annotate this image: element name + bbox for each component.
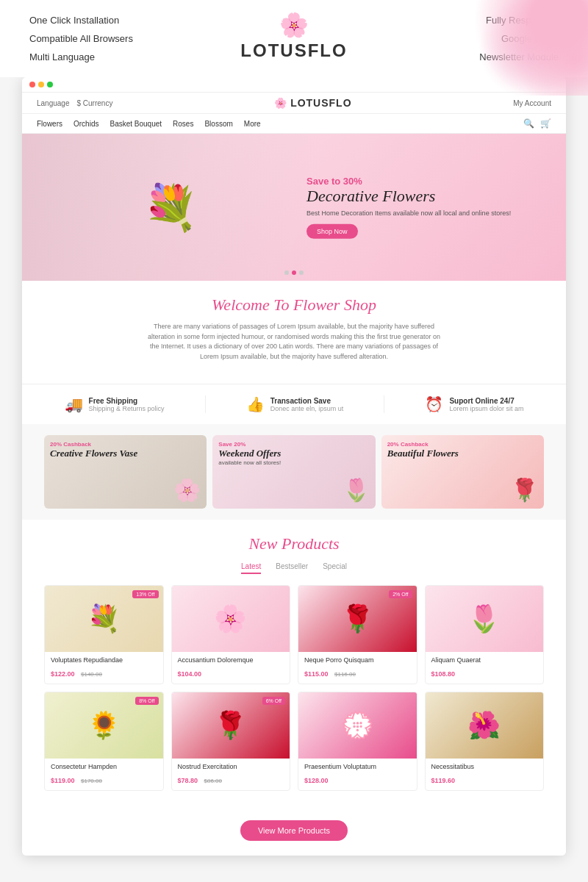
product-info-6: Nostrud Exercitation $78.80 $86.00 (172, 759, 290, 790)
nav-orchids[interactable]: Orchids (74, 120, 98, 128)
main-logo: 🌸 LOTUSFLO (240, 11, 347, 61)
nav-basket[interactable]: Basket Bouquet (110, 120, 162, 128)
product-price-8: $119.60 (431, 777, 456, 784)
product-pricing-1: $122.00 $140.00 (51, 666, 157, 679)
dot-red (29, 82, 35, 87)
product-info-1: Voluptates Repudiandae $122.00 $140.00 (45, 652, 163, 684)
product-old-price-1: $140.00 (81, 671, 102, 678)
tab-latest[interactable]: Latest (241, 562, 261, 574)
product-info-5: Consectetur Hampden $119.00 $170.00 (45, 759, 163, 790)
product-name-1: Voluptates Repudiandae (51, 656, 157, 664)
promo-badge-2: Save 20% (218, 441, 281, 448)
language-selector[interactable]: Language (37, 99, 70, 107)
product-name-6: Nostrud Exercitation (178, 763, 284, 770)
logo-text: LOTUSFLO (240, 40, 347, 61)
promo-flower-2: 🌷 (343, 477, 370, 503)
product-image-2: 🌸 (172, 586, 290, 652)
promo-section: 20% Cashback Creative Flowers Vase 🌸 Sav… (22, 424, 566, 520)
product-card-6[interactable]: 🌹 6% Off Nostrud Exercitation $78.80 $86… (171, 692, 291, 791)
welcome-title: Welcome To Flower Shop (37, 295, 551, 315)
dot-yellow (38, 82, 44, 87)
product-card-8[interactable]: 🌺 Necessitatibus $119.60 (425, 692, 545, 791)
product-name-3: Neque Porro Quisquam (304, 656, 411, 664)
hero-title: Decorative Flowers (306, 187, 551, 206)
promo-badge-3: 20% Cashback (387, 441, 459, 448)
promo-sub-2: available now all stores! (218, 459, 281, 466)
product-card-3[interactable]: 🌹 2% Off Neque Porro Quisquam $115.00 $1… (298, 585, 417, 684)
browser-dots (29, 82, 53, 87)
hero-dot-2[interactable] (292, 270, 296, 275)
top-left-features: One Click Installation Compatible All Br… (29, 15, 133, 62)
promo-overlay-3: 20% Cashback Beautiful Flowers (387, 441, 459, 459)
account-button[interactable]: My Account (513, 99, 551, 107)
product-card-7[interactable]: 💮 Praesentium Voluptatum $128.00 (298, 692, 417, 791)
product-card-4[interactable]: 🌷 Aliquam Quaerat $108.80 (425, 585, 545, 684)
promo-flower-1: 🌸 (173, 477, 201, 503)
tab-special[interactable]: Special (323, 562, 347, 574)
product-old-price-5: $170.00 (81, 778, 102, 784)
new-products-title: New Products (44, 534, 544, 553)
product-old-price-3: $116.00 (334, 671, 356, 678)
feature-transaction: 👍 Transaction Save Donec ante eln, ipsum… (246, 395, 344, 413)
product-card-1[interactable]: 💐 13% Off Voluptates Repudiandae $122.00… (44, 585, 164, 684)
product-image-4: 🌷 (426, 586, 544, 652)
nav-flowers[interactable]: Flowers (37, 120, 62, 128)
view-more-section: View More Products (22, 806, 566, 856)
nav-more[interactable]: More (244, 120, 261, 128)
product-price-4: $108.80 (431, 670, 456, 678)
nav-blossom[interactable]: Blossom (204, 120, 232, 128)
shop-header: Language $ Currency 🌸 LOTUSFLO My Accoun… (22, 93, 566, 114)
promo-card-3[interactable]: 20% Cashback Beautiful Flowers 🌹 (381, 435, 544, 509)
search-icon[interactable]: 🔍 (523, 118, 534, 129)
hero-dot-1[interactable] (284, 270, 289, 275)
product-old-price-6: $86.00 (204, 778, 221, 784)
browser-window: Language $ Currency 🌸 LOTUSFLO My Accoun… (22, 77, 566, 856)
product-card-2[interactable]: 🌸 Accusantium Doloremque $104.00 (171, 585, 291, 684)
product-tabs: Latest Bestseller Special (44, 562, 544, 574)
hero-text: Save to 30% Decorative Flowers Best Home… (306, 176, 551, 239)
browser-bar (22, 77, 566, 93)
product-name-5: Consectetur Hampden (51, 763, 157, 770)
product-image-8: 🌺 (426, 692, 544, 759)
product-price-5: $119.00 (51, 777, 75, 784)
hero-banner: 💐 Save to 30% Decorative Flowers Best Ho… (22, 134, 566, 281)
nav-roses[interactable]: Roses (173, 120, 193, 128)
promo-title-1: Creative Flowers Vase (50, 448, 137, 459)
welcome-section: Welcome To Flower Shop There are many va… (22, 281, 566, 376)
product-price-3: $115.00 (304, 670, 329, 678)
transaction-icon: 👍 (246, 395, 265, 413)
product-card-5[interactable]: 🌻 8% Off Consectetur Hampden $119.00 $17… (44, 692, 164, 791)
hero-dot-3[interactable] (299, 270, 304, 275)
flower-emoji: 💐 (143, 182, 198, 234)
feature-support: ⏰ Suport Online 24/7 Lorem ipsum dolor s… (425, 395, 523, 413)
product-info-7: Praesentium Voluptatum $128.00 (298, 759, 417, 790)
promo-title-2: Weekend Offers (218, 448, 281, 459)
hero-desc: Best Home Decoration Items available now… (306, 209, 551, 217)
tab-bestseller[interactable]: Bestseller (276, 562, 308, 574)
product-pricing-4: $108.80 (431, 666, 538, 679)
promo-card-1[interactable]: 20% Cashback Creative Flowers Vase 🌸 (44, 435, 207, 509)
feature-newsletter: Newsletter Module (479, 51, 559, 62)
nav-items: Flowers Orchids Basket Bouquet Roses Blo… (37, 120, 523, 128)
product-pricing-8: $119.60 (431, 772, 538, 786)
cart-icon[interactable]: 🛒 (540, 118, 551, 129)
promo-card-2[interactable]: Save 20% Weekend Offers available now al… (212, 435, 375, 509)
dot-green (47, 82, 53, 87)
currency-selector[interactable]: $ Currency (77, 99, 113, 107)
hero-flower-visual: 💐 (29, 137, 312, 277)
feature-shipping-sub: Shipping & Returns policy (89, 405, 165, 412)
product-pricing-5: $119.00 $170.00 (51, 772, 157, 786)
product-pricing-6: $78.80 $86.00 (178, 772, 284, 786)
new-products-section: New Products Latest Bestseller Special 💐… (22, 520, 566, 806)
feature-shipping: 🚚 Free Shipping Shipping & Returns polic… (65, 395, 165, 413)
shop-header-left: Language $ Currency (37, 99, 112, 107)
feature-transaction-sub: Donec ante eln, ipsum ut (270, 405, 344, 412)
feature-compatible: Compatible All Browsers (29, 33, 133, 44)
promo-overlay-1: 20% Cashback Creative Flowers Vase (50, 441, 137, 459)
top-header: One Click Installation Compatible All Br… (0, 0, 588, 77)
view-more-button[interactable]: View More Products (240, 820, 348, 841)
hero-dots (284, 270, 304, 275)
shop-now-button[interactable]: Shop Now (306, 224, 358, 239)
feature-responsive: Fully Responsive (486, 15, 559, 26)
product-name-4: Aliquam Quaerat (431, 656, 538, 664)
